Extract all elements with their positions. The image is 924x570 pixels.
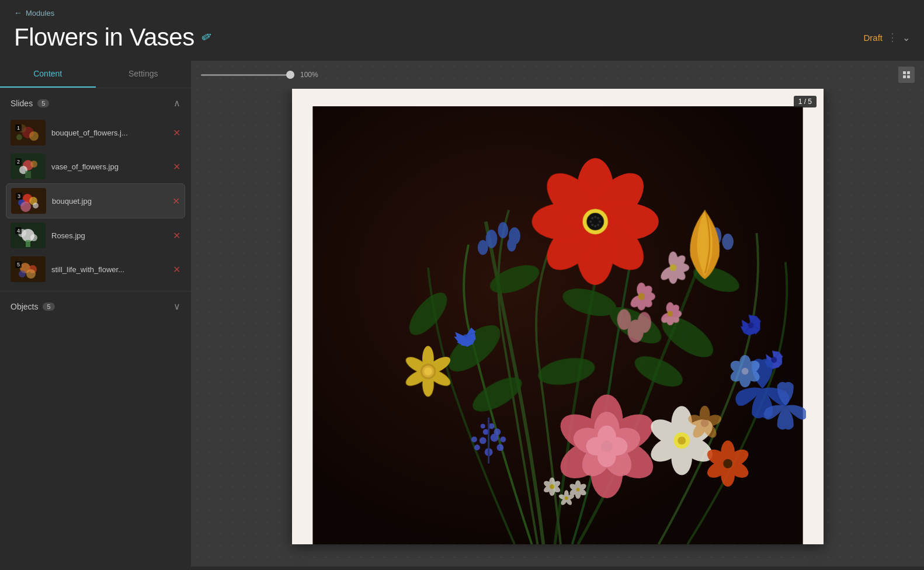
svg-point-76 bbox=[591, 224, 593, 226]
slides-count-badge: 5 bbox=[37, 99, 49, 107]
svg-point-148 bbox=[565, 496, 568, 500]
svg-point-127 bbox=[500, 436, 506, 442]
slide-number: 3 bbox=[16, 193, 22, 200]
svg-point-52 bbox=[748, 322, 754, 328]
slide-number: 5 bbox=[15, 261, 22, 268]
slide-name: bouquet_of_flowers.j... bbox=[51, 128, 167, 137]
painting-svg bbox=[310, 106, 806, 544]
painting-area bbox=[310, 106, 806, 544]
slide-name: vase_of_flowers.jpg bbox=[51, 162, 167, 171]
objects-section-header[interactable]: Objects 5 ∨ bbox=[0, 291, 191, 319]
svg-point-43 bbox=[498, 222, 508, 238]
objects-title: Objects bbox=[11, 302, 38, 311]
svg-rect-29 bbox=[907, 75, 910, 78]
svg-point-77 bbox=[597, 224, 599, 226]
svg-point-49 bbox=[722, 234, 734, 250]
slide-name: bouquet.jpg bbox=[52, 197, 166, 206]
status-badge: Draft bbox=[863, 33, 883, 43]
slide-name: still_life_with_flower... bbox=[51, 265, 167, 274]
svg-rect-27 bbox=[907, 71, 910, 74]
tab-settings[interactable]: Settings bbox=[96, 61, 192, 88]
slide-remove-button[interactable]: ✕ bbox=[173, 264, 180, 275]
svg-point-172 bbox=[637, 312, 651, 333]
svg-point-73 bbox=[597, 217, 599, 219]
svg-point-95 bbox=[601, 440, 613, 452]
chevron-down-icon[interactable]: ⌄ bbox=[902, 32, 910, 43]
slides-title: Slides bbox=[11, 99, 33, 108]
slide-frame: 1 / 5 bbox=[292, 89, 824, 544]
svg-point-169 bbox=[669, 264, 676, 271]
back-label: Modules bbox=[26, 9, 54, 18]
svg-rect-9 bbox=[25, 171, 31, 178]
svg-point-125 bbox=[489, 423, 495, 429]
objects-expand-icon[interactable]: ∨ bbox=[173, 301, 180, 312]
back-link[interactable]: ← Modules bbox=[14, 8, 910, 18]
svg-point-117 bbox=[668, 311, 673, 317]
slide-item[interactable]: 3 bouquet.jpg ✕ bbox=[6, 183, 185, 218]
slide-remove-button[interactable]: ✕ bbox=[173, 230, 180, 241]
back-arrow-icon: ← bbox=[14, 8, 22, 18]
slide-item[interactable]: 5 still_life_with_flower... ✕ bbox=[6, 252, 185, 286]
svg-point-25 bbox=[26, 269, 36, 279]
slide-item[interactable]: 4 Roses.jpg ✕ bbox=[6, 218, 185, 252]
sidebar: Content Settings Slides 5 ∧ bbox=[0, 61, 192, 566]
svg-rect-26 bbox=[903, 71, 906, 74]
zoom-bar: 100% bbox=[192, 61, 924, 89]
tab-content[interactable]: Content bbox=[0, 61, 96, 88]
slide-name: Roses.jpg bbox=[51, 231, 167, 240]
edit-icon[interactable]: ✏ bbox=[198, 28, 214, 46]
svg-point-178 bbox=[701, 419, 709, 427]
slide-thumbnail: 4 bbox=[11, 223, 46, 248]
slide-thumbnail: 3 bbox=[11, 188, 46, 214]
svg-point-162 bbox=[742, 368, 749, 375]
svg-point-110 bbox=[638, 293, 645, 300]
slide-item[interactable]: 1 bouquet_of_flowers.j... ✕ bbox=[6, 116, 185, 150]
svg-point-155 bbox=[576, 488, 580, 491]
slide-remove-button[interactable]: ✕ bbox=[173, 127, 180, 138]
svg-point-15 bbox=[33, 203, 39, 208]
canvas-settings-button[interactable] bbox=[898, 67, 915, 83]
svg-point-71 bbox=[586, 213, 604, 231]
status-divider: ⋮ bbox=[887, 31, 898, 44]
svg-point-128 bbox=[471, 436, 477, 442]
tab-bar: Content Settings bbox=[0, 61, 191, 88]
slides-section-header[interactable]: Slides 5 ∧ bbox=[0, 88, 191, 116]
svg-point-79 bbox=[594, 225, 596, 227]
svg-point-3 bbox=[29, 131, 39, 141]
svg-point-74 bbox=[589, 220, 592, 223]
objects-count-badge: 5 bbox=[43, 303, 54, 311]
svg-point-122 bbox=[474, 444, 480, 450]
svg-point-78 bbox=[594, 216, 596, 218]
svg-point-103 bbox=[678, 436, 686, 444]
svg-point-142 bbox=[550, 484, 554, 489]
slide-remove-button[interactable]: ✕ bbox=[173, 161, 180, 172]
slide-list: 1 bouquet_of_flowers.j... ✕ bbox=[0, 116, 191, 286]
slides-collapse-icon[interactable]: ∧ bbox=[173, 98, 180, 109]
zoom-track[interactable] bbox=[201, 74, 294, 76]
svg-point-19 bbox=[30, 234, 37, 241]
slides-section: Slides 5 ∧ bbox=[0, 88, 191, 286]
svg-point-121 bbox=[496, 444, 503, 451]
svg-point-119 bbox=[480, 437, 487, 444]
svg-point-135 bbox=[723, 459, 732, 468]
slide-remove-button[interactable]: ✕ bbox=[172, 196, 180, 207]
slide-thumbnail: 1 bbox=[11, 120, 46, 145]
canvas-area: 100% 1 / 5 bbox=[192, 61, 924, 566]
slide-item[interactable]: 2 vase_of_flowers.jpg ✕ bbox=[6, 150, 185, 183]
svg-point-24 bbox=[19, 270, 26, 277]
svg-point-72 bbox=[591, 217, 593, 219]
svg-point-75 bbox=[599, 220, 601, 223]
svg-point-45 bbox=[478, 240, 488, 255]
slide-counter: 1 / 5 bbox=[794, 96, 817, 107]
slide-thumbnail: 5 bbox=[11, 256, 46, 282]
zoom-label: 100% bbox=[300, 71, 318, 79]
svg-point-46 bbox=[507, 238, 516, 252]
slide-number: 2 bbox=[15, 158, 22, 165]
page-title: Flowers in Vases ✏ bbox=[14, 23, 211, 51]
svg-point-126 bbox=[481, 424, 485, 429]
svg-point-61 bbox=[424, 367, 432, 376]
svg-rect-20 bbox=[26, 240, 30, 247]
slide-thumbnail: 2 bbox=[11, 154, 46, 179]
svg-point-8 bbox=[30, 161, 37, 168]
slide-number: 4 bbox=[15, 227, 22, 234]
